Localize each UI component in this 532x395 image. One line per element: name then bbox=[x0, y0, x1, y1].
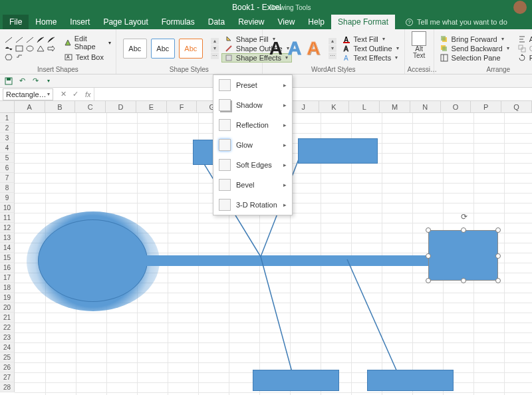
save-button[interactable] bbox=[4, 76, 13, 86]
shapes-gallery[interactable] bbox=[3, 35, 59, 62]
column-header[interactable]: Q bbox=[501, 101, 532, 112]
row-header[interactable]: 23 bbox=[0, 332, 15, 342]
column-header[interactable]: A bbox=[15, 101, 45, 112]
row-header[interactable]: 1 bbox=[0, 113, 15, 123]
row-header[interactable]: 3 bbox=[0, 133, 15, 143]
column-header[interactable]: O bbox=[441, 101, 471, 112]
style-preset-2[interactable]: Abc bbox=[151, 39, 175, 59]
resize-handle[interactable] bbox=[461, 278, 466, 283]
resize-handle[interactable] bbox=[461, 227, 466, 233]
column-header[interactable]: C bbox=[75, 101, 106, 112]
redo-button[interactable]: ↷ bbox=[31, 76, 40, 86]
alt-text-button[interactable]: Alt Text bbox=[408, 31, 431, 59]
row-header[interactable]: 11 bbox=[0, 213, 15, 223]
resize-handle[interactable] bbox=[495, 278, 501, 283]
style-preset-3[interactable]: Abc bbox=[179, 39, 203, 59]
row-header[interactable]: 26 bbox=[0, 362, 15, 372]
effects-bevel[interactable]: Bevel▸ bbox=[213, 175, 292, 195]
effects-reflection[interactable]: Reflection▸ bbox=[213, 115, 292, 135]
wordart-3[interactable]: A bbox=[307, 38, 320, 59]
row-header[interactable]: 18 bbox=[0, 283, 15, 293]
row-header[interactable]: 12 bbox=[0, 223, 15, 233]
row-header[interactable]: 20 bbox=[0, 303, 15, 313]
fx-icon[interactable]: fx bbox=[85, 90, 94, 98]
row-header[interactable]: 15 bbox=[0, 253, 15, 263]
row-header[interactable]: 17 bbox=[0, 273, 15, 283]
name-box[interactable]: Rectangle…▾ bbox=[3, 88, 53, 100]
wordart-1[interactable]: A bbox=[269, 38, 283, 59]
row-header[interactable]: 2 bbox=[0, 123, 15, 133]
style-gallery-more[interactable]: ⋯ bbox=[211, 53, 219, 59]
style-gallery-up[interactable]: ▴ bbox=[211, 38, 219, 45]
wordart-up[interactable]: ▴ bbox=[329, 38, 336, 45]
text-fill-button[interactable]: AText Fill▾ bbox=[339, 35, 402, 44]
text-outline-button[interactable]: AText Outline▾ bbox=[339, 44, 402, 53]
row-header[interactable]: 6 bbox=[0, 163, 15, 173]
cancel-formula-button[interactable]: ✕ bbox=[59, 90, 68, 98]
align-button[interactable]: Align▾ bbox=[515, 35, 532, 44]
resize-handle[interactable] bbox=[426, 278, 431, 283]
style-preset-1[interactable]: Abc bbox=[123, 39, 147, 59]
column-header[interactable]: E bbox=[136, 101, 167, 112]
tab-formulas[interactable]: Formulas bbox=[155, 15, 201, 29]
row-header[interactable]: 9 bbox=[0, 193, 15, 203]
effects-shadow[interactable]: Shadow▸ bbox=[213, 95, 292, 115]
rect-top-2[interactable] bbox=[298, 138, 378, 164]
effects-soft-edges[interactable]: Soft Edges▸ bbox=[213, 155, 292, 175]
row-header[interactable]: 24 bbox=[0, 342, 15, 352]
rect-bottom-2[interactable] bbox=[367, 370, 454, 391]
tab-page-layout[interactable]: Page Layout bbox=[96, 15, 154, 29]
resize-handle[interactable] bbox=[495, 227, 501, 233]
column-header[interactable]: M bbox=[380, 101, 410, 112]
selection-pane-button[interactable]: Selection Pane bbox=[437, 53, 512, 63]
column-header[interactable]: F bbox=[167, 101, 198, 112]
row-header[interactable]: 22 bbox=[0, 323, 15, 332]
selected-rectangle[interactable]: ⟳ bbox=[428, 230, 498, 281]
row-header[interactable]: 8 bbox=[0, 183, 15, 193]
user-avatar[interactable] bbox=[513, 1, 527, 14]
row-header[interactable]: 5 bbox=[0, 153, 15, 163]
column-header[interactable]: D bbox=[106, 101, 136, 112]
style-gallery-down[interactable]: ▾ bbox=[211, 45, 219, 52]
resize-handle[interactable] bbox=[426, 253, 431, 259]
row-header[interactable]: 10 bbox=[0, 203, 15, 213]
undo-button[interactable]: ↶ bbox=[17, 76, 27, 86]
wordart-2[interactable]: A bbox=[288, 38, 301, 59]
tab-shape-format[interactable]: Shape Format bbox=[331, 15, 395, 29]
text-box-button[interactable]: A Text Box bbox=[62, 52, 113, 63]
tab-file[interactable]: File bbox=[3, 15, 29, 29]
column-header[interactable]: N bbox=[410, 101, 441, 112]
tab-insert[interactable]: Insert bbox=[63, 15, 96, 29]
tab-home[interactable]: Home bbox=[29, 15, 63, 29]
row-header[interactable]: 16 bbox=[0, 263, 15, 273]
resize-handle[interactable] bbox=[495, 253, 501, 259]
edit-shape-button[interactable]: Edit Shape▾ bbox=[62, 34, 113, 51]
select-all-corner[interactable] bbox=[0, 101, 15, 112]
wordart-more[interactable]: ⋯ bbox=[329, 53, 336, 59]
text-effects-button[interactable]: AText Effects▾ bbox=[339, 53, 402, 63]
wordart-down[interactable]: ▾ bbox=[329, 45, 336, 52]
tab-view[interactable]: View bbox=[271, 15, 302, 29]
effects-3d-rotation[interactable]: 3-D Rotation▸ bbox=[213, 195, 292, 215]
row-header[interactable]: 28 bbox=[0, 382, 15, 392]
tab-data[interactable]: Data bbox=[201, 15, 231, 29]
bring-forward-button[interactable]: Bring Forward▾ bbox=[437, 35, 512, 44]
row-header[interactable]: 4 bbox=[0, 143, 15, 153]
column-header[interactable]: B bbox=[45, 101, 76, 112]
wordart-gallery[interactable]: A A A bbox=[265, 37, 325, 61]
column-header[interactable]: K bbox=[319, 101, 350, 112]
tab-review[interactable]: Review bbox=[231, 15, 271, 29]
column-header[interactable]: P bbox=[471, 101, 501, 112]
rotate-button[interactable]: Rotate▾ bbox=[515, 53, 532, 63]
column-header[interactable]: L bbox=[349, 101, 380, 112]
tab-help[interactable]: Help bbox=[301, 15, 331, 29]
row-header[interactable]: 25 bbox=[0, 352, 15, 362]
row-header[interactable]: 14 bbox=[0, 243, 15, 253]
row-header[interactable]: 13 bbox=[0, 233, 15, 243]
qat-more[interactable]: ▾ bbox=[44, 76, 53, 86]
effects-glow[interactable]: Glow▸ bbox=[213, 135, 292, 155]
rotate-handle[interactable]: ⟳ bbox=[460, 212, 469, 221]
rect-bottom-1[interactable] bbox=[253, 370, 339, 391]
row-header[interactable]: 21 bbox=[0, 313, 15, 323]
send-backward-button[interactable]: Send Backward▾ bbox=[437, 44, 512, 53]
